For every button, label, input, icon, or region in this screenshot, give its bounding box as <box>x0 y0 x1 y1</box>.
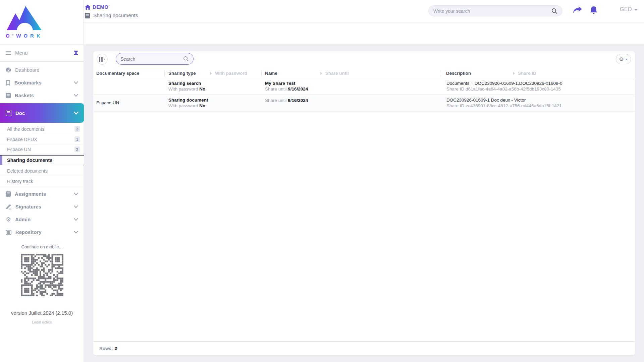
sidebar-item-label: Bookmarks <box>14 80 74 85</box>
sidebar-item-all-documents[interactable]: All the documents 3 <box>0 124 84 134</box>
user-menu-label: GED <box>620 6 632 12</box>
signature-pen-icon <box>6 204 11 209</box>
book-icon <box>6 110 11 116</box>
menu-toggle[interactable]: Menu <box>0 44 84 61</box>
sidebar-item-espace-deux[interactable]: Espace DEUX 1 <box>0 134 84 144</box>
sidebar-item-bookmarks[interactable]: Bookmarks <box>0 76 84 89</box>
chevron-down-icon <box>74 81 78 84</box>
top-header: DEMO Sharing documents GED <box>84 0 644 44</box>
book-icon <box>85 13 90 18</box>
sidebar-item-admin[interactable]: ⚙ Admin <box>0 213 84 226</box>
sidebar-item-label: Dashboard <box>15 67 78 73</box>
table-row[interactable]: Espace UN Sharing document With password… <box>93 95 635 112</box>
sidebar-item-sharing-documents[interactable]: Sharing documents <box>0 155 84 165</box>
sort-icon <box>320 72 322 75</box>
column-selector-button[interactable] <box>97 54 108 65</box>
description-cell: Documents = DOC230926-01609-1,DOC230926-… <box>446 80 562 92</box>
col-documentary-space[interactable]: Documentary space <box>96 71 139 76</box>
gear-icon: ⚙ <box>6 217 11 223</box>
book-icon <box>6 191 11 197</box>
version-label: version Juillet 2024 (2.15.0) <box>0 310 84 316</box>
share-button[interactable] <box>573 6 583 15</box>
bell-icon <box>590 6 600 15</box>
col-description[interactable]: Description <box>446 71 471 76</box>
sidebar-item-signatures[interactable]: Signatures <box>0 200 84 213</box>
sort-icon <box>210 72 212 75</box>
chevron-down-icon <box>74 231 78 234</box>
menu-label: Menu <box>15 50 74 56</box>
chevron-down-icon <box>74 192 78 196</box>
table-search-input[interactable] <box>120 56 183 62</box>
column-separator <box>441 70 441 76</box>
col-share-until[interactable]: Share until <box>320 71 349 76</box>
documentary-space-cell: Espace UN <box>96 100 119 105</box>
sub-item-label: Espace DEUX <box>7 137 74 142</box>
sidebar-item-baskets[interactable]: Baskets <box>0 89 84 102</box>
sub-item-label: History track <box>7 179 80 184</box>
sidebar-item-doc[interactable]: Doc <box>0 103 84 123</box>
gear-icon: ⚙ <box>619 57 624 62</box>
book-icon <box>6 93 11 98</box>
pin-icon[interactable] <box>74 50 78 55</box>
sidebar-item-deleted-documents[interactable]: Deleted documents <box>0 166 84 176</box>
sidebar-item-dashboard[interactable]: Dashboard <box>0 64 84 76</box>
sidebar-item-label: Signatures <box>15 204 74 209</box>
global-search <box>428 5 562 16</box>
notifications-button[interactable] <box>590 6 600 15</box>
sidebar-item-label: Doc <box>15 110 74 116</box>
sharing-documents-panel: ⚙ Documentary space Sharing type With pa… <box>93 51 635 355</box>
page-title: Sharing documents <box>93 12 138 18</box>
chevron-down-icon <box>634 9 638 11</box>
sidebar-item-label: Baskets <box>15 93 74 98</box>
sidebar-item-history-track[interactable]: History track <box>0 176 84 186</box>
sidebar-item-assignments[interactable]: Assignments <box>0 188 84 200</box>
table-search <box>116 53 194 65</box>
sidebar-item-espace-un[interactable]: Espace UN 2 <box>0 144 84 155</box>
sidebar-item-label: Assignments <box>15 191 74 197</box>
sharing-type-cell: Sharing search With password No <box>168 80 205 92</box>
table-settings-button[interactable]: ⚙ <box>616 54 631 64</box>
logo-text: O'WORK <box>6 33 43 39</box>
sharing-type-cell: Sharing document With password No <box>168 97 208 109</box>
chevron-down-icon <box>74 205 78 208</box>
count-badge: 1 <box>74 136 80 142</box>
column-separator <box>261 70 262 76</box>
column-separator <box>164 70 165 76</box>
col-with-password[interactable]: With password <box>210 71 247 76</box>
app-logo[interactable]: O'WORK <box>4 3 44 40</box>
col-share-id[interactable]: Share ID <box>513 71 536 76</box>
table-footer: Rows: 2 <box>93 341 635 355</box>
col-sharing-type[interactable]: Sharing type <box>168 71 196 76</box>
sub-item-label: Sharing documents <box>7 158 80 163</box>
search-icon[interactable] <box>183 56 189 62</box>
sidebar: O'WORK Menu Dashboard Bookmarks Baskets <box>0 0 84 362</box>
search-icon[interactable] <box>551 8 557 14</box>
sub-item-label: All the documents <box>7 126 74 132</box>
app-name: DEMO <box>93 4 109 10</box>
user-menu[interactable]: GED <box>620 6 638 12</box>
hamburger-icon <box>6 51 11 55</box>
name-cell: My Share Test Share until 9/16/2024 <box>265 80 308 92</box>
legal-notice-link[interactable]: Legal notice <box>0 320 84 324</box>
qr-code <box>21 254 63 296</box>
chevron-down-icon <box>74 94 78 97</box>
col-name[interactable]: Name <box>265 71 277 76</box>
chevron-down-icon <box>625 59 628 60</box>
chevron-down-icon <box>74 111 78 115</box>
rows-count-value: 2 <box>115 346 117 351</box>
breadcrumb-home[interactable]: DEMO <box>85 4 109 10</box>
home-icon <box>85 5 91 10</box>
share-icon <box>573 6 583 14</box>
global-search-input[interactable] <box>433 8 551 14</box>
sub-item-label: Espace UN <box>7 147 74 152</box>
sidebar-item-repository[interactable]: Repository <box>0 226 84 239</box>
description-cell: DOC230926-01609-1 Doc deux - Victor Shar… <box>446 97 562 109</box>
sidebar-item-label: Admin <box>15 217 74 222</box>
header-divider <box>84 22 644 22</box>
list-icon <box>6 230 11 235</box>
breadcrumb: Sharing documents <box>85 12 138 18</box>
rows-count-label: Rows: <box>99 346 113 351</box>
table-row[interactable]: Sharing search With password No My Share… <box>93 78 635 95</box>
sidebar-item-label: Repository <box>15 230 74 235</box>
dashboard-icon <box>6 67 11 73</box>
